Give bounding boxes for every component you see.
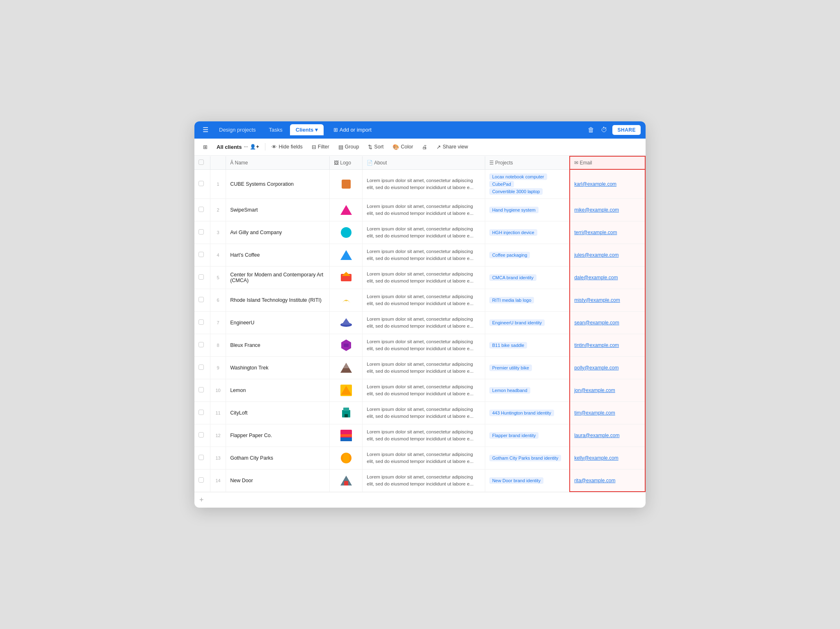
row-checkbox[interactable]: [199, 229, 204, 235]
row-email[interactable]: dale@example.com: [570, 266, 645, 289]
row-checkbox[interactable]: [199, 410, 204, 415]
email-link[interactable]: sean@example.com: [574, 320, 619, 326]
trash-icon[interactable]: 🗑: [586, 125, 596, 135]
row-checkbox-cell[interactable]: [194, 356, 210, 379]
row-email[interactable]: rita@example.com: [570, 469, 645, 492]
row-checkbox[interactable]: [199, 181, 204, 186]
row-checkbox[interactable]: [199, 365, 204, 370]
row-name[interactable]: Bleux France: [226, 334, 330, 356]
th-checkbox[interactable]: [194, 156, 210, 170]
header-checkbox[interactable]: [199, 160, 204, 165]
email-link[interactable]: jon@example.com: [574, 387, 615, 393]
row-checkbox[interactable]: [199, 319, 204, 325]
project-tag[interactable]: Coffee packaging: [489, 252, 530, 258]
email-link[interactable]: rita@example.com: [574, 478, 615, 483]
color-button[interactable]: 🎨 Color: [389, 142, 417, 152]
row-checkbox-cell[interactable]: [194, 424, 210, 447]
project-tag[interactable]: Lemon headband: [489, 387, 530, 394]
share-button[interactable]: SHARE: [612, 125, 641, 135]
row-checkbox[interactable]: [199, 342, 204, 347]
row-name[interactable]: Center for Modern and Contemporary Art (…: [226, 266, 330, 289]
row-name[interactable]: CUBE Systems Corporation: [226, 169, 330, 198]
hamburger-icon[interactable]: ☰: [199, 123, 212, 136]
row-checkbox-cell[interactable]: [194, 289, 210, 311]
row-email[interactable]: kelly@example.com: [570, 447, 645, 469]
all-clients-button[interactable]: All clients ··· 👤+: [213, 142, 262, 152]
email-link[interactable]: misty@example.com: [574, 297, 620, 303]
row-email[interactable]: jon@example.com: [570, 379, 645, 401]
project-tag[interactable]: Gotham City Parks brand identity: [489, 455, 561, 461]
row-email[interactable]: terri@example.com: [570, 221, 645, 244]
row-checkbox[interactable]: [199, 387, 204, 392]
share-view-button[interactable]: ↗ Share view: [433, 142, 472, 152]
row-email[interactable]: sean@example.com: [570, 311, 645, 334]
project-tag[interactable]: Flapper brand identity: [489, 432, 539, 439]
email-link[interactable]: karl@example.com: [574, 181, 616, 187]
email-link[interactable]: jules@example.com: [574, 252, 619, 258]
filter-button[interactable]: ⊟ Filter: [308, 142, 333, 152]
email-link[interactable]: tim@example.com: [574, 410, 615, 416]
th-name[interactable]: Ā Name: [226, 156, 330, 170]
row-checkbox-cell[interactable]: [194, 169, 210, 198]
email-link[interactable]: tintin@example.com: [574, 342, 619, 348]
row-checkbox-cell[interactable]: [194, 401, 210, 424]
project-tag[interactable]: Hand hygiene system: [489, 207, 539, 213]
row-name[interactable]: Washington Trek: [226, 356, 330, 379]
email-link[interactable]: mike@example.com: [574, 207, 619, 213]
nav-tab-clients[interactable]: Clients ▾: [290, 124, 324, 135]
row-checkbox-cell[interactable]: [194, 311, 210, 334]
project-tag[interactable]: Locax notebook computer: [489, 173, 547, 180]
row-email[interactable]: polly@example.com: [570, 356, 645, 379]
row-checkbox-cell[interactable]: [194, 221, 210, 244]
row-checkbox-cell[interactable]: [194, 334, 210, 356]
email-link[interactable]: laura@example.com: [574, 433, 619, 438]
email-link[interactable]: terri@example.com: [574, 230, 617, 235]
group-button[interactable]: ▤ Group: [335, 142, 363, 152]
row-checkbox[interactable]: [199, 207, 204, 212]
row-checkbox-cell[interactable]: [194, 198, 210, 221]
row-checkbox-cell[interactable]: [194, 266, 210, 289]
email-link[interactable]: polly@example.com: [574, 365, 619, 371]
row-name[interactable]: CityLoft: [226, 401, 330, 424]
email-link[interactable]: kelly@example.com: [574, 455, 619, 461]
row-email[interactable]: tintin@example.com: [570, 334, 645, 356]
row-checkbox[interactable]: [199, 274, 204, 280]
project-tag[interactable]: EngineerU brand identity: [489, 319, 545, 326]
row-email[interactable]: laura@example.com: [570, 424, 645, 447]
row-name[interactable]: SwipeSmart: [226, 198, 330, 221]
hide-fields-button[interactable]: 👁 Hide fields: [268, 142, 306, 152]
project-tag[interactable]: New Door brand identity: [489, 477, 543, 484]
row-checkbox[interactable]: [199, 477, 204, 483]
row-checkbox-cell[interactable]: [194, 469, 210, 492]
grid-view-button[interactable]: ⊞: [199, 142, 211, 152]
add-or-import-button[interactable]: ⊞ Add or import: [329, 125, 377, 135]
row-checkbox[interactable]: [199, 455, 204, 460]
row-checkbox[interactable]: [199, 252, 204, 257]
add-row-button[interactable]: +: [194, 492, 646, 508]
row-email[interactable]: karl@example.com: [570, 169, 645, 198]
row-name[interactable]: Gotham City Parks: [226, 447, 330, 469]
row-name[interactable]: Rhode Island Technology Institute (RITI): [226, 289, 330, 311]
row-email[interactable]: jules@example.com: [570, 244, 645, 266]
row-email[interactable]: misty@example.com: [570, 289, 645, 311]
row-checkbox-cell[interactable]: [194, 244, 210, 266]
project-tag[interactable]: RITI media lab logo: [489, 297, 534, 303]
th-projects[interactable]: ☰ Projects: [485, 156, 570, 170]
row-name[interactable]: Flapper Paper Co.: [226, 424, 330, 447]
row-checkbox-cell[interactable]: [194, 447, 210, 469]
project-tag[interactable]: Convertible 3000 laptop: [489, 188, 543, 195]
row-checkbox-cell[interactable]: [194, 379, 210, 401]
project-tag[interactable]: 443 Huntington brand identity: [489, 410, 554, 416]
th-email[interactable]: ✉ Email: [570, 156, 645, 170]
project-tag[interactable]: HGH injection device: [489, 229, 537, 236]
row-checkbox[interactable]: [199, 432, 204, 438]
row-name[interactable]: New Door: [226, 469, 330, 492]
project-tag[interactable]: B11 bike saddle: [489, 342, 527, 349]
th-about[interactable]: 📄 About: [363, 156, 485, 170]
row-email[interactable]: tim@example.com: [570, 401, 645, 424]
row-name[interactable]: Hart's Coffee: [226, 244, 330, 266]
project-tag[interactable]: Premier utility bike: [489, 365, 532, 371]
row-checkbox[interactable]: [199, 297, 204, 302]
project-tag[interactable]: CubePad: [489, 181, 514, 187]
row-name[interactable]: EngineerU: [226, 311, 330, 334]
